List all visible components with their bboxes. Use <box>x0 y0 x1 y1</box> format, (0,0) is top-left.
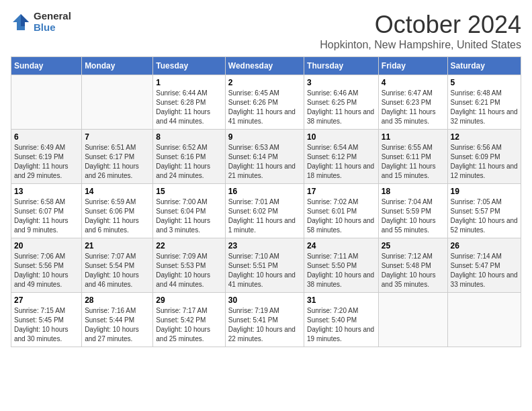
calendar-cell: 27Sunrise: 7:15 AMSunset: 5:45 PMDayligh… <box>11 293 82 347</box>
day-info: Sunrise: 6:45 AMSunset: 6:26 PMDaylight:… <box>228 89 301 126</box>
day-number: 4 <box>382 78 445 87</box>
weekday-header: Saturday <box>447 57 521 75</box>
logo-icon <box>11 12 31 32</box>
day-number: 10 <box>307 132 375 142</box>
logo-general-text: General <box>34 11 71 22</box>
day-number: 15 <box>156 187 222 196</box>
day-info: Sunrise: 7:00 AMSunset: 6:04 PMDaylight:… <box>156 197 222 235</box>
page-header: General Blue October 2024 Hopkinton, New… <box>11 11 521 51</box>
day-info: Sunrise: 7:07 AMSunset: 5:54 PMDaylight:… <box>85 252 150 289</box>
calendar-cell: 28Sunrise: 7:16 AMSunset: 5:44 PMDayligh… <box>82 293 153 347</box>
calendar-cell: 20Sunrise: 7:06 AMSunset: 5:56 PMDayligh… <box>11 238 82 293</box>
calendar-cell: 25Sunrise: 7:12 AMSunset: 5:48 PMDayligh… <box>378 238 447 293</box>
day-number: 12 <box>451 132 518 142</box>
calendar-cell: 16Sunrise: 7:01 AMSunset: 6:02 PMDayligh… <box>225 184 304 238</box>
calendar-cell: 5Sunrise: 6:48 AMSunset: 6:21 PMDaylight… <box>447 75 521 130</box>
calendar-cell: 18Sunrise: 7:04 AMSunset: 5:59 PMDayligh… <box>378 184 447 238</box>
day-number: 3 <box>307 78 375 87</box>
day-number: 8 <box>156 132 222 142</box>
day-info: Sunrise: 6:58 AMSunset: 6:07 PMDaylight:… <box>14 197 79 235</box>
calendar-cell <box>11 75 82 130</box>
calendar-cell: 26Sunrise: 7:14 AMSunset: 5:47 PMDayligh… <box>447 238 521 293</box>
day-info: Sunrise: 6:49 AMSunset: 6:19 PMDaylight:… <box>14 143 79 181</box>
day-number: 11 <box>382 132 445 142</box>
calendar-cell: 14Sunrise: 6:59 AMSunset: 6:06 PMDayligh… <box>82 184 153 238</box>
day-info: Sunrise: 6:53 AMSunset: 6:14 PMDaylight:… <box>228 143 301 181</box>
logo-blue-text: Blue <box>34 22 71 34</box>
calendar-cell: 4Sunrise: 6:47 AMSunset: 6:23 PMDaylight… <box>378 75 447 130</box>
day-info: Sunrise: 7:12 AMSunset: 5:48 PMDaylight:… <box>382 252 445 289</box>
day-info: Sunrise: 7:05 AMSunset: 5:57 PMDaylight:… <box>451 197 518 235</box>
day-number: 29 <box>156 295 222 305</box>
weekday-header: Sunday <box>11 57 82 75</box>
calendar-cell: 7Sunrise: 6:51 AMSunset: 6:17 PMDaylight… <box>82 130 153 184</box>
calendar-cell: 12Sunrise: 6:56 AMSunset: 6:09 PMDayligh… <box>447 130 521 184</box>
calendar-cell: 19Sunrise: 7:05 AMSunset: 5:57 PMDayligh… <box>447 184 521 238</box>
calendar-cell: 24Sunrise: 7:11 AMSunset: 5:50 PMDayligh… <box>304 238 379 293</box>
calendar-cell: 10Sunrise: 6:54 AMSunset: 6:12 PMDayligh… <box>304 130 379 184</box>
day-info: Sunrise: 7:16 AMSunset: 5:44 PMDaylight:… <box>85 306 150 344</box>
day-number: 28 <box>85 295 150 305</box>
calendar-cell: 9Sunrise: 6:53 AMSunset: 6:14 PMDaylight… <box>225 130 304 184</box>
calendar-cell: 23Sunrise: 7:10 AMSunset: 5:51 PMDayligh… <box>225 238 304 293</box>
month-title: October 2024 <box>320 11 521 39</box>
day-number: 19 <box>451 187 518 196</box>
calendar-cell: 31Sunrise: 7:20 AMSunset: 5:40 PMDayligh… <box>304 293 379 347</box>
day-info: Sunrise: 6:48 AMSunset: 6:21 PMDaylight:… <box>451 89 518 126</box>
calendar-cell: 6Sunrise: 6:49 AMSunset: 6:19 PMDaylight… <box>11 130 82 184</box>
weekday-header: Tuesday <box>153 57 225 75</box>
logo-text: General Blue <box>34 11 71 33</box>
calendar-week-row: 1Sunrise: 6:44 AMSunset: 6:28 PMDaylight… <box>11 75 521 130</box>
day-info: Sunrise: 7:17 AMSunset: 5:42 PMDaylight:… <box>156 306 222 344</box>
day-info: Sunrise: 7:02 AMSunset: 6:01 PMDaylight:… <box>307 197 375 235</box>
day-info: Sunrise: 7:01 AMSunset: 6:02 PMDaylight:… <box>228 197 301 235</box>
calendar-header: SundayMondayTuesdayWednesdayThursdayFrid… <box>11 57 521 75</box>
day-number: 2 <box>228 78 301 87</box>
day-info: Sunrise: 7:11 AMSunset: 5:50 PMDaylight:… <box>307 252 375 289</box>
day-number: 31 <box>307 295 375 305</box>
day-number: 14 <box>85 187 150 196</box>
calendar-cell: 17Sunrise: 7:02 AMSunset: 6:01 PMDayligh… <box>304 184 379 238</box>
calendar-cell <box>378 293 447 347</box>
weekday-header: Wednesday <box>225 57 304 75</box>
day-number: 23 <box>228 241 301 250</box>
day-info: Sunrise: 7:10 AMSunset: 5:51 PMDaylight:… <box>228 252 301 289</box>
calendar-cell: 11Sunrise: 6:55 AMSunset: 6:11 PMDayligh… <box>378 130 447 184</box>
day-info: Sunrise: 7:09 AMSunset: 5:53 PMDaylight:… <box>156 252 222 289</box>
day-number: 6 <box>14 132 79 142</box>
calendar-table: SundayMondayTuesdayWednesdayThursdayFrid… <box>11 56 521 347</box>
day-info: Sunrise: 6:55 AMSunset: 6:11 PMDaylight:… <box>382 143 445 181</box>
day-number: 16 <box>228 187 301 196</box>
day-number: 26 <box>451 241 518 250</box>
day-info: Sunrise: 7:04 AMSunset: 5:59 PMDaylight:… <box>382 197 445 235</box>
day-number: 18 <box>382 187 445 196</box>
header-row: SundayMondayTuesdayWednesdayThursdayFrid… <box>11 57 521 75</box>
day-number: 17 <box>307 187 375 196</box>
calendar-cell: 1Sunrise: 6:44 AMSunset: 6:28 PMDaylight… <box>153 75 225 130</box>
day-info: Sunrise: 6:44 AMSunset: 6:28 PMDaylight:… <box>156 89 222 126</box>
calendar-cell: 3Sunrise: 6:46 AMSunset: 6:25 PMDaylight… <box>304 75 379 130</box>
day-number: 9 <box>228 132 301 142</box>
calendar-cell <box>447 293 521 347</box>
calendar-week-row: 20Sunrise: 7:06 AMSunset: 5:56 PMDayligh… <box>11 238 521 293</box>
calendar-body: 1Sunrise: 6:44 AMSunset: 6:28 PMDaylight… <box>11 75 521 347</box>
calendar-cell: 21Sunrise: 7:07 AMSunset: 5:54 PMDayligh… <box>82 238 153 293</box>
day-info: Sunrise: 6:51 AMSunset: 6:17 PMDaylight:… <box>85 143 150 181</box>
calendar-week-row: 6Sunrise: 6:49 AMSunset: 6:19 PMDaylight… <box>11 130 521 184</box>
day-number: 22 <box>156 241 222 250</box>
day-info: Sunrise: 6:54 AMSunset: 6:12 PMDaylight:… <box>307 143 375 181</box>
calendar-cell: 22Sunrise: 7:09 AMSunset: 5:53 PMDayligh… <box>153 238 225 293</box>
calendar-week-row: 13Sunrise: 6:58 AMSunset: 6:07 PMDayligh… <box>11 184 521 238</box>
calendar-cell: 30Sunrise: 7:19 AMSunset: 5:41 PMDayligh… <box>225 293 304 347</box>
day-number: 24 <box>307 241 375 250</box>
weekday-header: Thursday <box>304 57 379 75</box>
day-info: Sunrise: 6:47 AMSunset: 6:23 PMDaylight:… <box>382 89 445 126</box>
logo: General Blue <box>11 11 71 33</box>
day-info: Sunrise: 7:15 AMSunset: 5:45 PMDaylight:… <box>14 306 79 344</box>
weekday-header: Friday <box>378 57 447 75</box>
calendar-cell: 29Sunrise: 7:17 AMSunset: 5:42 PMDayligh… <box>153 293 225 347</box>
day-info: Sunrise: 6:46 AMSunset: 6:25 PMDaylight:… <box>307 89 375 126</box>
day-number: 1 <box>156 78 222 87</box>
svg-marker-1 <box>21 14 29 26</box>
title-block: October 2024 Hopkinton, New Hampshire, U… <box>320 11 521 51</box>
